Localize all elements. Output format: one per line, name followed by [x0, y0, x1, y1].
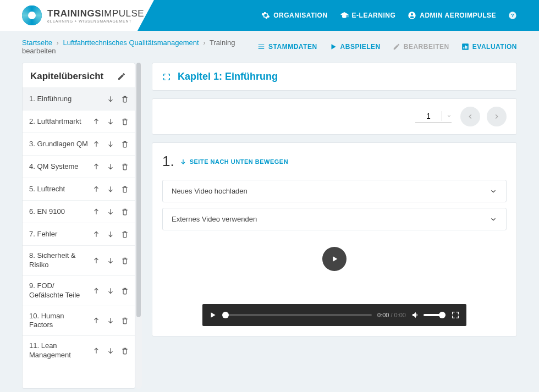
help-icon: ? [508, 11, 517, 20]
chapter-delete[interactable] [119, 255, 130, 266]
nav-user[interactable]: ADMIN AEROIMPULSE [408, 11, 496, 20]
chapter-item[interactable]: 11. Lean Management [23, 335, 135, 366]
toolbar-bearbeiten[interactable]: BEARBEITEN [393, 43, 449, 51]
pager-prev-button[interactable] [460, 107, 480, 126]
breadcrumb-separator: › [57, 38, 59, 47]
chapter-move-down[interactable] [105, 229, 116, 240]
move-page-down-button[interactable]: SEITE NACH UNTEN BEWEGEN [180, 158, 288, 165]
chapter-delete[interactable] [119, 206, 130, 217]
svg-rect-4 [465, 46, 466, 49]
chapter-move-down[interactable] [105, 161, 116, 172]
chapter-delete[interactable] [119, 116, 130, 127]
toolbar-stammdaten[interactable]: STAMMDATEN [257, 43, 317, 51]
pager-next-button[interactable] [487, 107, 507, 126]
chapter-item[interactable]: 6. EN 9100 [23, 200, 135, 223]
video-controls-play[interactable] [209, 311, 217, 319]
nav-organisation[interactable]: ORGANISATION [261, 11, 327, 20]
toolbar-evaluation-label: EVALUATION [472, 43, 517, 51]
toolbar: STAMMDATEN ABSPIELEN BEARBEITEN EVALUATI… [257, 43, 517, 51]
breadcrumb-home[interactable]: Startseite [22, 38, 52, 47]
user-circle-icon [408, 11, 416, 20]
chapter-move-down[interactable] [105, 139, 116, 150]
video-fullscreen-button[interactable] [451, 311, 460, 319]
video-progress-bar[interactable] [222, 314, 372, 316]
chapter-item[interactable]: 8. Sicherheit & Risiko [23, 245, 135, 275]
toolbar-evaluation[interactable]: EVALUATION [461, 43, 517, 51]
edit-chapters-button[interactable] [116, 71, 127, 82]
logo[interactable]: TRAININGSIMPULSE eLEARNING + WISSENSMANA… [0, 0, 154, 31]
chapter-item[interactable]: 5. Luftrecht [23, 178, 135, 200]
chapter-move-down[interactable] [105, 184, 116, 195]
chevron-left-icon [466, 113, 474, 120]
chapter-move-up[interactable] [91, 285, 102, 296]
chapter-item[interactable]: 9. FOD/ Gefälschte Teile [23, 275, 135, 306]
nav-elearning[interactable]: E-LEARNING [340, 11, 396, 20]
video-progress-handle[interactable] [222, 312, 229, 318]
page-number-input[interactable] [415, 112, 442, 120]
chapter-item[interactable]: 2. Luftfahrtmarkt [23, 110, 135, 132]
chapter-delete[interactable] [119, 229, 130, 240]
video-volume-button[interactable] [411, 311, 420, 319]
chapter-move-down[interactable] [105, 315, 116, 326]
accordion-upload-video-label: Neues Video hochladen [172, 187, 248, 195]
chapter-delete[interactable] [119, 315, 130, 326]
accordion-upload-video[interactable]: Neues Video hochladen [162, 180, 507, 202]
list-icon [257, 43, 265, 51]
toolbar-abspielen[interactable]: ABSPIELEN [329, 43, 381, 51]
toolbar-abspielen-label: ABSPIELEN [340, 43, 381, 51]
chapter-move-down[interactable] [105, 285, 116, 296]
sidebar-scrollbar[interactable] [135, 63, 142, 389]
video-controls: 0:00 / 0:00 [202, 304, 466, 326]
chapter-title: Kapitel 1: Einführung [178, 71, 278, 82]
chapter-move-up[interactable] [91, 116, 102, 127]
chapter-move-down[interactable] [105, 206, 116, 217]
chapter-delete[interactable] [119, 345, 130, 356]
chapter-move-up[interactable] [91, 315, 102, 326]
chapter-move-up[interactable] [91, 184, 102, 195]
chapter-label: 2. Luftfahrtmarkt [29, 117, 91, 126]
chapter-move-up[interactable] [91, 206, 102, 217]
graduation-cap-icon [340, 11, 349, 20]
chapter-move-down[interactable] [105, 345, 116, 356]
logo-icon [22, 5, 42, 25]
video-volume-handle[interactable] [439, 312, 446, 318]
chapter-item[interactable]: 1. Einführung [23, 87, 135, 110]
chapter-sidebar: Kapitelübersicht 1. Einführung2. Luftfah… [22, 63, 135, 389]
chapter-move-up[interactable] [91, 161, 102, 172]
chapter-move-up[interactable] [91, 255, 102, 266]
chapter-delete[interactable] [119, 93, 130, 104]
svg-rect-5 [466, 46, 468, 49]
chapter-move-down[interactable] [105, 255, 116, 266]
breadcrumb-course[interactable]: Luftfahrttechnisches Qualitätsmanagement [63, 38, 199, 47]
pencil-icon [393, 43, 400, 51]
scrollbar-thumb[interactable] [136, 63, 141, 317]
chapter-delete[interactable] [119, 184, 130, 195]
chapter-label: 6. EN 9100 [29, 207, 91, 217]
breadcrumb-separator: › [203, 38, 205, 47]
chapter-move-down[interactable] [105, 93, 116, 104]
chapter-item[interactable]: 10. Human Factors [23, 306, 135, 336]
video-volume-slider[interactable] [424, 314, 446, 316]
page-dropdown[interactable] [442, 111, 452, 121]
accordion-external-video-label: Externes Video verwenden [172, 215, 257, 223]
chapter-item[interactable]: 4. QM Systeme [23, 155, 135, 178]
chapter-title-panel: Kapitel 1: Einführung [152, 63, 517, 91]
pencil-icon [117, 72, 126, 81]
video-play-button[interactable] [322, 247, 346, 271]
play-icon [330, 255, 339, 263]
chapter-item[interactable]: 7. Fehler [23, 223, 135, 245]
accordion-external-video[interactable]: Externes Video verwenden [162, 208, 507, 230]
chapter-move-up[interactable] [91, 139, 102, 150]
chapter-delete[interactable] [119, 139, 130, 150]
chapter-move-up[interactable] [91, 229, 102, 240]
nav-help[interactable]: ? [508, 11, 517, 20]
chapter-move-up[interactable] [91, 345, 102, 356]
chevron-down-icon [490, 216, 497, 223]
chapter-move-down[interactable] [105, 116, 116, 127]
chapter-delete[interactable] [119, 285, 130, 296]
chapter-delete[interactable] [119, 161, 130, 172]
chapter-item[interactable]: 3. Grundlagen QM [23, 132, 135, 155]
move-page-down-label: SEITE NACH UNTEN BEWEGEN [190, 158, 288, 165]
expand-icon[interactable] [162, 73, 171, 81]
chapter-label: 10. Human Factors [29, 312, 91, 330]
